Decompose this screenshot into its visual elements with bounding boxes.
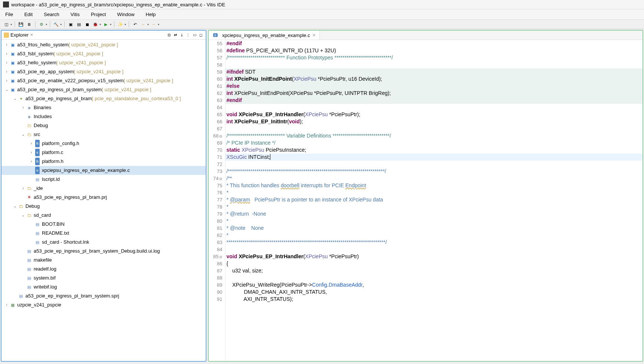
run-dropdown[interactable]: ▾ <box>110 23 111 26</box>
tree-node[interactable]: ›platform.h <box>1 157 206 166</box>
menu-vitis[interactable]: Vitis <box>68 10 82 19</box>
code-line[interactable]: int XPciePsu_InitEndPoint(XPciePsu *Pcie… <box>226 90 643 97</box>
code-line[interactable]: /***************************************… <box>226 168 643 175</box>
tree-node[interactable]: ›platform_config.h <box>1 139 206 148</box>
tool-3[interactable]: ◼ <box>84 21 91 28</box>
code-line[interactable]: * @return -None <box>226 210 643 218</box>
code-line[interactable] <box>226 125 643 132</box>
menu-edit[interactable]: Edit <box>22 10 35 19</box>
code-line[interactable]: * @note None <box>226 225 643 232</box>
code-line[interactable]: void XPciePsu_EP_IntrHandler(XPciePsu *P… <box>226 253 643 260</box>
tree-node[interactable]: ›a53_hello_system [ uzpcie_v241_pspcie ] <box>1 58 206 67</box>
tree-node[interactable]: sd_card - Shortcut.lnk <box>1 238 206 247</box>
code-line[interactable]: #define PS_PCIE_AXI_INTR_ID (117U + 32U) <box>226 47 643 54</box>
hammer-dropdown[interactable]: ▾ <box>60 23 62 26</box>
code-line[interactable]: /**************************** Function P… <box>226 54 643 61</box>
tree-node[interactable]: ›platform.c <box>1 148 206 157</box>
menu-window[interactable]: Window <box>115 10 137 19</box>
code-content[interactable]: #endif#define PS_PCIE_AXI_INTR_ID (117U … <box>226 40 643 361</box>
nav-1[interactable]: ↶ <box>132 21 138 28</box>
code-line[interactable]: * <box>226 189 643 196</box>
tree-node[interactable]: system.bif <box>1 274 206 283</box>
wand-button[interactable]: ✨ <box>117 21 124 28</box>
code-line[interactable]: ****************************************… <box>226 239 643 246</box>
code-line[interactable] <box>226 61 643 68</box>
tree-node[interactable]: lscript.ld <box>1 175 206 184</box>
twisty-icon[interactable]: ⌄ <box>20 131 26 138</box>
tree-node[interactable]: ›Binaries <box>1 103 206 112</box>
tree-node[interactable]: readelf.log <box>1 265 206 274</box>
code-line[interactable]: /* PCIe IP Instance */ <box>226 139 643 146</box>
build-dropdown[interactable]: ▾ <box>46 23 47 26</box>
tree-node[interactable]: makefile <box>1 256 206 265</box>
code-line[interactable]: #endif <box>226 40 643 47</box>
save-button[interactable]: 💾 <box>18 21 24 28</box>
twisty-icon[interactable]: › <box>4 59 10 67</box>
tree-node[interactable]: ›_ide <box>1 184 206 193</box>
code-line[interactable] <box>226 246 643 253</box>
code-line[interactable] <box>226 274 643 281</box>
code-line[interactable] <box>226 161 643 168</box>
code-line[interactable]: * @param PciePsuPtr is a pointer to an i… <box>226 196 643 203</box>
editor-tab[interactable]: xpciepsu_ingress_ep_enable_example.c ✕ <box>209 31 320 40</box>
code-line[interactable]: /**************************** Variable D… <box>226 132 643 139</box>
maximize-icon[interactable]: ◻ <box>198 33 203 38</box>
save-all-button[interactable]: 🗎 <box>26 21 33 28</box>
tree-node[interactable]: ›uzpcie_v241_pspcie <box>1 300 206 309</box>
twisty-icon[interactable]: › <box>28 140 34 147</box>
code-line[interactable]: * <box>226 203 643 210</box>
nav-back-dropdown[interactable]: ▾ <box>147 23 149 26</box>
tree-node[interactable]: ›a53_pcie_ep_enable_v222_pciepsu_v15_sys… <box>1 76 206 85</box>
twisty-icon[interactable]: › <box>4 41 10 49</box>
code-line[interactable]: u32 val, size; <box>226 267 643 274</box>
tree-node[interactable]: Includes <box>1 112 206 121</box>
code-line[interactable]: static XPciePsu PciePsuInstance; <box>226 146 643 154</box>
menu-file[interactable]: File <box>3 10 15 19</box>
tree-node[interactable]: a53_pcie_ep_ingress_pl_bram_system_Debug… <box>1 247 206 256</box>
twisty-icon[interactable]: ⌄ <box>4 86 10 93</box>
twisty-icon[interactable]: › <box>20 104 26 111</box>
fold-icon[interactable]: ⊖ <box>218 175 222 182</box>
tree-node[interactable]: Debug <box>1 121 206 130</box>
tree-node[interactable]: ⌄a53_pcie_ep_ingress_pl_bram_system [ uz… <box>1 85 206 94</box>
tree-node[interactable]: ›a53_frtos_hello_system [ uzpcie_v241_ps… <box>1 40 206 49</box>
twisty-icon[interactable]: › <box>4 50 10 58</box>
nav-back[interactable]: ← <box>140 21 147 28</box>
code-line[interactable]: #else <box>226 83 643 90</box>
focus-icon[interactable]: ⤓ <box>179 33 184 38</box>
tree-node[interactable]: ⌄Debug <box>1 202 206 211</box>
code-line[interactable]: XScuGic INTCinst; <box>226 154 643 161</box>
new-button[interactable]: ◫ <box>3 21 10 28</box>
code-line[interactable]: /** <box>226 175 643 182</box>
hammer-button[interactable]: 🔨 <box>53 21 59 28</box>
tree-node[interactable]: ⌄sd_card <box>1 211 206 220</box>
build-button[interactable]: ⚙ <box>38 21 45 28</box>
project-tree[interactable]: ›a53_frtos_hello_system [ uzpcie_v241_ps… <box>1 40 206 361</box>
twisty-icon[interactable]: › <box>20 185 26 192</box>
twisty-icon[interactable]: › <box>28 149 34 156</box>
tree-node[interactable]: ›a53_pcie_ep_app_system [ uzpcie_v241_ps… <box>1 67 206 76</box>
code-line[interactable]: int XPciePsu_InitEndPoint(XPciePsu *Pcie… <box>226 75 643 83</box>
tree-node[interactable]: writebif.log <box>1 283 206 291</box>
tree-node[interactable]: ›a53_fsbl_system [ uzpcie_v241_pspcie ] <box>1 49 206 58</box>
code-line[interactable]: XPciePsu_WriteReg(PciePsuPtr->Config.Dma… <box>226 281 643 289</box>
minimize-icon[interactable]: ▭ <box>192 33 197 38</box>
collapse-all-icon[interactable]: ⊟ <box>166 33 172 38</box>
code-line[interactable] <box>226 104 643 111</box>
twisty-icon[interactable]: › <box>4 68 10 75</box>
twisty-icon[interactable]: › <box>4 301 10 309</box>
twisty-icon[interactable]: › <box>4 77 10 84</box>
twisty-icon[interactable]: › <box>28 158 34 165</box>
tree-node[interactable]: a53_pcie_ep_ingress_pl_bram.prj <box>1 193 206 202</box>
menu-search[interactable]: Search <box>42 10 61 19</box>
explorer-close-x[interactable]: ✕ <box>30 33 33 37</box>
twisty-icon[interactable]: ⌄ <box>20 212 26 219</box>
tool-1[interactable]: ▣ <box>67 21 74 28</box>
close-tab-icon[interactable]: ✕ <box>312 33 316 38</box>
debug-button[interactable]: 🐞 <box>92 21 99 28</box>
nav-fwd-dropdown[interactable]: ▾ <box>158 23 159 26</box>
code-line[interactable]: #endif <box>226 97 643 104</box>
run-button[interactable]: ▶ <box>102 21 109 28</box>
code-line[interactable]: { <box>226 260 643 267</box>
code-line[interactable]: AXI_INTR_STATUS); <box>226 296 643 303</box>
